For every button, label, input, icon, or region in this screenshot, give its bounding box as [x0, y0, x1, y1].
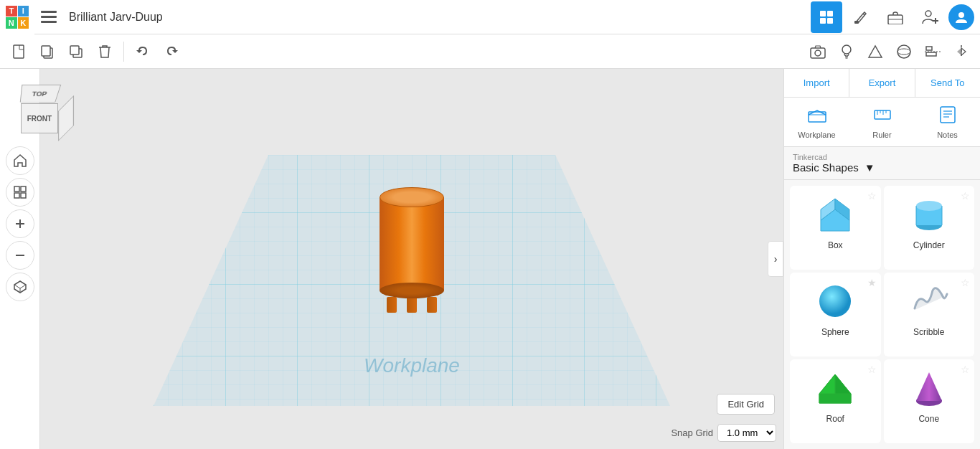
cylinder-leg-2	[407, 297, 417, 313]
cylinder-body	[380, 197, 444, 290]
logo-n: N	[6, 17, 17, 29]
snap-grid-label: Snap Grid	[671, 427, 713, 438]
shape2-button[interactable]	[891, 39, 917, 65]
top-right-icons	[811, 1, 974, 33]
new-document-button[interactable]	[6, 39, 32, 65]
hamburger-menu-button[interactable]	[34, 0, 63, 34]
svg-rect-3	[820, 11, 826, 16]
build-tool-button[interactable]	[845, 1, 877, 33]
shapes-dropdown[interactable]: Basic Shapes ▼	[793, 161, 875, 174]
logo-k: K	[18, 17, 29, 29]
svg-rect-1	[41, 16, 57, 18]
send-to-button[interactable]: Send To	[915, 69, 980, 97]
svg-point-22	[842, 45, 851, 54]
svg-rect-31	[14, 186, 19, 192]
shape-item-sphere[interactable]: ★ Sphere	[790, 273, 881, 356]
svg-rect-6	[827, 18, 833, 24]
scribble-label: Scribble	[913, 327, 944, 337]
toolbar-separator-1	[123, 42, 124, 62]
delete-button[interactable]	[92, 39, 118, 65]
svg-rect-28	[926, 52, 936, 56]
svg-rect-7	[854, 21, 859, 24]
grid-view-button[interactable]	[811, 1, 842, 33]
svg-rect-34	[21, 193, 26, 198]
svg-rect-2	[41, 21, 57, 23]
shapes-grid: ☆ Box ☆	[784, 180, 980, 449]
export-button[interactable]: Export	[849, 69, 915, 97]
roof-label: Roof	[826, 414, 844, 424]
svg-marker-67	[819, 394, 851, 403]
box-favorite-icon[interactable]: ☆	[867, 190, 877, 202]
shape-item-cone[interactable]: ☆ Cone	[884, 359, 975, 443]
top-bar: T I N K Brilliant Jarv-Duup	[0, 0, 980, 34]
ruler-icon	[872, 105, 892, 129]
roof-shape-icon	[812, 365, 858, 411]
briefcase-button[interactable]	[880, 1, 911, 33]
toolbar	[0, 34, 980, 69]
shape-item-scribble[interactable]: ☆ Scribble	[884, 273, 975, 356]
dropdown-arrow-icon: ▼	[864, 161, 875, 174]
cylinder-bottom-ellipse	[380, 283, 444, 298]
cone-favorite-icon[interactable]: ☆	[961, 364, 970, 375]
svg-rect-17	[42, 46, 50, 56]
workplane-label-text: Workplane	[798, 131, 835, 139]
svg-point-14	[958, 12, 964, 18]
shape1-button[interactable]	[862, 39, 888, 65]
scribble-shape-icon	[906, 278, 952, 324]
project-name[interactable]: Brilliant Jarv-Duup	[69, 11, 811, 24]
roof-favorite-icon[interactable]: ☆	[867, 364, 877, 375]
import-button[interactable]: Import	[784, 69, 849, 97]
mirror-button[interactable]	[948, 39, 974, 65]
collapse-panel-button[interactable]: ›	[768, 241, 783, 277]
shapes-header: Tinkercad Basic Shapes ▼	[784, 147, 980, 180]
svg-point-21	[815, 50, 821, 56]
3d-object[interactable]	[380, 187, 444, 313]
cylinder-label: Cylinder	[913, 240, 945, 250]
duplicate-button[interactable]	[63, 39, 89, 65]
zoom-out-button[interactable]	[6, 241, 34, 270]
canvas-area[interactable]: Workplane › Edit Grid Snap Grid 1.0 mm	[40, 69, 783, 449]
notes-label-text: Notes	[937, 131, 958, 139]
3d-view-button[interactable]	[6, 273, 34, 301]
cone-shape-icon	[906, 365, 952, 411]
shape-item-roof[interactable]: ☆ Roof	[790, 359, 881, 443]
undo-button[interactable]	[130, 39, 156, 65]
svg-rect-19	[70, 46, 79, 55]
sphere-favorite-icon[interactable]: ★	[867, 277, 877, 288]
svg-point-26	[897, 49, 910, 55]
avatar-button[interactable]	[948, 4, 974, 30]
workplane-tool[interactable]: Workplane	[784, 102, 849, 142]
ruler-tool[interactable]: Ruler	[849, 102, 915, 142]
notes-tool[interactable]: Notes	[915, 102, 980, 142]
shape-item-box[interactable]: ☆ Box	[790, 186, 881, 270]
light-bulb-button[interactable]	[834, 39, 859, 65]
fit-view-button[interactable]	[6, 178, 34, 207]
svg-rect-51	[941, 107, 955, 123]
snap-grid-bar: Snap Grid 1.0 mm 0.5 mm 0.1 mm 2.0 mm	[671, 424, 776, 442]
scribble-favorite-icon[interactable]: ☆	[961, 277, 970, 288]
add-person-button[interactable]	[914, 1, 946, 33]
svg-line-39	[20, 285, 26, 288]
align-button[interactable]	[920, 39, 946, 65]
cylinder-shape-icon	[906, 192, 952, 237]
svg-rect-4	[827, 11, 833, 16]
svg-rect-0	[41, 11, 57, 13]
redo-button[interactable]	[159, 39, 184, 65]
svg-rect-46	[875, 110, 890, 119]
svg-point-10	[925, 11, 931, 16]
workplane-icon	[807, 105, 827, 129]
camera-button[interactable]	[805, 39, 831, 65]
zoom-in-button[interactable]	[6, 209, 34, 238]
cylinder-favorite-icon[interactable]: ☆	[961, 190, 970, 202]
cylinder-leg-1	[387, 297, 397, 313]
svg-rect-20	[811, 48, 825, 58]
shape-item-cylinder[interactable]: ☆ Cylinder	[884, 186, 975, 270]
home-view-button[interactable]	[6, 146, 34, 175]
tinkercad-label: Tinkercad	[793, 153, 875, 161]
left-sidebar	[0, 69, 40, 449]
cylinder-top	[380, 187, 444, 207]
snap-grid-select[interactable]: 1.0 mm 0.5 mm 0.1 mm 2.0 mm	[717, 424, 776, 442]
edit-grid-button[interactable]: Edit Grid	[717, 394, 775, 415]
box-label: Box	[828, 240, 843, 250]
copy-to-clipboard-button[interactable]	[34, 39, 60, 65]
